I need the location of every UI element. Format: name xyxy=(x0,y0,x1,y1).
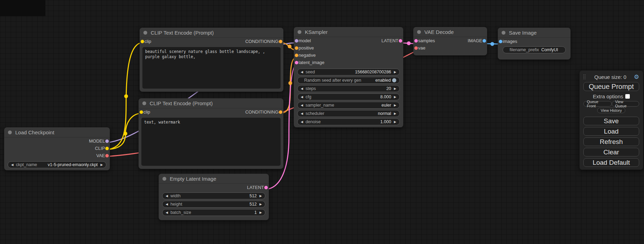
positive-input-label: positive xyxy=(299,45,314,51)
samples-input-port[interactable] xyxy=(414,39,418,43)
increment-arrow-icon[interactable]: ▶ xyxy=(259,195,262,198)
model-output-port[interactable] xyxy=(105,139,109,143)
decrement-arrow-icon[interactable]: ◀ xyxy=(301,120,303,124)
widget-ckpt-name[interactable]: ◀ ckpt_name v1-5-pruned-emaonly.ckpt ▶ xyxy=(8,161,106,168)
decrement-arrow-icon[interactable]: ◀ xyxy=(301,87,303,90)
widget-value: normal xyxy=(378,111,394,116)
extra-options-checkbox[interactable] xyxy=(625,94,630,99)
widget-label: cfg xyxy=(306,94,311,99)
positive-input-port[interactable] xyxy=(295,46,298,50)
decrement-arrow-icon[interactable]: ◀ xyxy=(301,96,303,99)
widget-cfg[interactable]: ◀ cfg 8.000 ▶ xyxy=(297,93,400,100)
vae-input-port[interactable] xyxy=(414,46,418,50)
increment-arrow-icon[interactable]: ▶ xyxy=(394,120,396,124)
widget-height[interactable]: ◀ height 512 ▶ xyxy=(162,201,265,208)
latent-output-port[interactable] xyxy=(264,186,268,189)
load-button[interactable]: Load xyxy=(583,127,639,136)
node-title: KSampler xyxy=(305,29,328,35)
collapse-dot-icon[interactable] xyxy=(8,130,12,134)
refresh-button[interactable]: Refresh xyxy=(583,137,639,146)
node-header[interactable]: CLIP Text Encode (Prompt) xyxy=(139,98,283,108)
io-row-clip: clip CONDITIONING xyxy=(140,38,283,45)
decrement-arrow-icon[interactable]: ◀ xyxy=(301,71,303,74)
view-history-button[interactable]: View History xyxy=(597,108,625,113)
node-header[interactable]: Save Image xyxy=(498,28,571,38)
increment-arrow-icon[interactable]: ▶ xyxy=(100,163,103,166)
widget-denoise[interactable]: ◀ denoise 1.000 ▶ xyxy=(297,118,400,125)
widget-label: steps xyxy=(306,86,316,91)
clip-input-port[interactable] xyxy=(141,40,144,43)
decrement-arrow-icon[interactable]: ◀ xyxy=(11,163,14,166)
conditioning-output-port[interactable] xyxy=(279,40,282,43)
gear-icon[interactable]: ⚙ xyxy=(634,74,639,80)
prompt-textarea[interactable]: beautiful scenery nature glass bottle la… xyxy=(142,47,281,89)
widget-filename-prefix[interactable]: filename_prefix ComfyUI xyxy=(503,46,566,53)
latent-output-port[interactable] xyxy=(399,39,402,43)
decrement-arrow-icon[interactable]: ◀ xyxy=(166,211,168,214)
widget-value: 20 xyxy=(386,86,394,91)
node-title: Empty Latent Image xyxy=(170,176,216,182)
conditioning-output-label: CONDITIONING xyxy=(245,109,279,115)
widget-width[interactable]: ◀ width 512 ▶ xyxy=(162,192,265,199)
node-header[interactable]: Load Checkpoint xyxy=(4,127,110,137)
image-output-port[interactable] xyxy=(483,39,486,43)
decrement-arrow-icon[interactable]: ◀ xyxy=(301,104,303,107)
view-queue-button[interactable]: View Queue xyxy=(612,101,639,107)
collapse-dot-icon[interactable] xyxy=(162,177,166,181)
node-title: CLIP Text Encode (Prompt) xyxy=(151,30,214,36)
widget-random-seed-toggle[interactable]: Random seed after every gen enabled xyxy=(297,77,400,84)
collapse-dot-icon[interactable] xyxy=(143,31,147,35)
queue-front-button[interactable]: Queue Front xyxy=(583,101,612,107)
latent-image-input-port[interactable] xyxy=(295,61,298,64)
queue-size-label: Queue size: 0 xyxy=(587,74,634,80)
model-input-port[interactable] xyxy=(295,39,298,43)
increment-arrow-icon[interactable]: ▶ xyxy=(394,71,396,74)
toggle-circle-icon[interactable] xyxy=(392,78,396,82)
clear-button[interactable]: Clear xyxy=(583,148,639,156)
queue-mini-buttons: Queue Front View Queue xyxy=(583,101,639,107)
increment-arrow-icon[interactable]: ▶ xyxy=(394,104,396,107)
prompt-textarea[interactable]: text, watermark xyxy=(141,118,281,166)
load-default-button[interactable]: Load Default xyxy=(583,158,639,167)
images-input-port[interactable] xyxy=(499,40,502,43)
collapse-dot-icon[interactable] xyxy=(417,30,421,34)
node-title: Save Image xyxy=(509,30,537,36)
collapse-dot-icon[interactable] xyxy=(142,101,146,105)
vae-output-port[interactable] xyxy=(105,154,109,157)
io-row-vae: vae xyxy=(413,44,487,52)
node-header[interactable]: CLIP Text Encode (Prompt) xyxy=(140,28,283,38)
widget-seed[interactable]: ◀ seed 156680208700286 ▶ xyxy=(297,69,400,75)
clip-input-port[interactable] xyxy=(140,110,143,114)
widget-batch-size[interactable]: ◀ batch_size 1 ▶ xyxy=(162,209,265,216)
collapse-dot-icon[interactable] xyxy=(502,31,505,35)
extra-options-label: Extra options xyxy=(593,93,623,99)
widget-scheduler[interactable]: ◀ scheduler normal ▶ xyxy=(297,110,400,117)
conditioning-output-label: CONDITIONING xyxy=(245,39,279,44)
increment-arrow-icon[interactable]: ▶ xyxy=(394,96,396,99)
decrement-arrow-icon[interactable]: ◀ xyxy=(301,112,303,115)
queue-prompt-button[interactable]: Queue Prompt xyxy=(583,82,639,91)
decrement-arrow-icon[interactable]: ◀ xyxy=(166,195,168,198)
io-row-latent-image: latent_image xyxy=(294,59,403,66)
io-row-images: images xyxy=(498,38,571,45)
widget-sampler-name[interactable]: ◀ sampler_name euler ▶ xyxy=(297,102,400,109)
collapse-dot-icon[interactable] xyxy=(298,30,301,34)
io-row-positive: positive xyxy=(294,44,403,52)
node-header[interactable]: KSampler xyxy=(294,27,403,37)
increment-arrow-icon[interactable]: ▶ xyxy=(259,211,262,214)
save-button[interactable]: Save xyxy=(583,117,639,125)
decrement-arrow-icon[interactable]: ◀ xyxy=(166,203,168,206)
increment-arrow-icon[interactable]: ▶ xyxy=(394,112,396,115)
increment-arrow-icon[interactable]: ▶ xyxy=(259,203,262,206)
widget-value: 8.000 xyxy=(380,94,394,99)
negative-input-port[interactable] xyxy=(295,54,298,57)
conditioning-output-port[interactable] xyxy=(279,110,282,114)
node-header[interactable]: Empty Latent Image xyxy=(159,174,269,184)
increment-arrow-icon[interactable]: ▶ xyxy=(394,87,396,90)
widget-steps[interactable]: ◀ steps 20 ▶ xyxy=(297,85,400,92)
vae-input-label: vae xyxy=(418,45,425,51)
node-title: VAE Decode xyxy=(424,29,454,35)
node-header[interactable]: VAE Decode xyxy=(413,27,487,37)
panel-drag-handle-icon[interactable] xyxy=(583,74,585,79)
clip-output-port[interactable] xyxy=(105,147,109,150)
